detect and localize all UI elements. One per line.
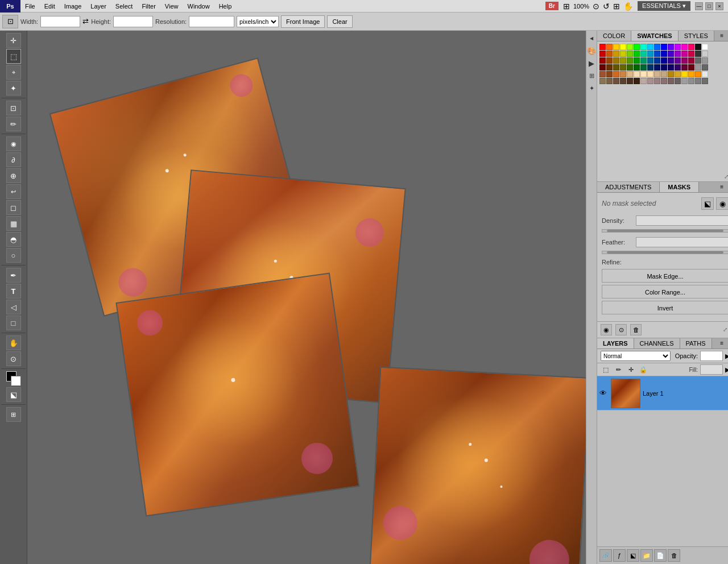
swatch[interactable] <box>620 44 626 50</box>
quick-mask-tool[interactable]: ⬕ <box>6 387 21 402</box>
swatch[interactable] <box>620 57 626 64</box>
clone-tool[interactable]: ⊕ <box>6 168 21 183</box>
menu-view[interactable]: View <box>160 0 183 12</box>
swatch[interactable] <box>661 71 667 77</box>
shape-tool[interactable]: □ <box>6 316 21 330</box>
tab-channels[interactable]: CHANNELS <box>634 338 680 349</box>
swatch[interactable] <box>675 57 681 64</box>
swatch[interactable] <box>634 78 640 84</box>
layer-visibility-1[interactable]: 👁 <box>599 389 609 398</box>
swatch[interactable] <box>702 51 708 57</box>
swatch[interactable] <box>634 51 640 57</box>
swatch[interactable] <box>681 64 688 70</box>
swatch[interactable] <box>627 44 633 50</box>
swatch[interactable] <box>661 44 667 50</box>
eyedropper-tool[interactable]: ✏ <box>6 117 21 131</box>
swatch[interactable] <box>688 71 694 77</box>
lasso-tool[interactable]: ⌖ <box>6 65 21 80</box>
swatch[interactable] <box>681 78 688 84</box>
swatch[interactable] <box>634 71 640 77</box>
zoom-tool[interactable]: ⊙ <box>6 351 21 366</box>
unit-select[interactable]: pixels/inch pixels/cm <box>237 16 279 27</box>
hand-tool[interactable]: ✋ <box>6 335 21 350</box>
opacity-input[interactable] <box>700 351 723 361</box>
swatch[interactable] <box>702 57 708 64</box>
color-panel-expand-btn[interactable]: ▾ <box>726 31 728 41</box>
resolution-input[interactable] <box>189 16 234 27</box>
text-tool[interactable]: T <box>6 284 21 298</box>
menu-window[interactable]: Window <box>183 0 214 12</box>
fill-input[interactable] <box>700 364 723 375</box>
swatch[interactable] <box>620 78 626 84</box>
new-group-btn[interactable]: 📁 <box>640 549 653 562</box>
swatch[interactable] <box>599 78 606 84</box>
swatch[interactable] <box>606 44 613 50</box>
swatch[interactable] <box>654 51 660 57</box>
swatch[interactable] <box>695 71 701 77</box>
spot-heal-tool[interactable]: ◉ <box>6 136 21 151</box>
panel-resize-icon[interactable]: ⤢ <box>724 173 728 180</box>
swatch[interactable] <box>695 51 701 57</box>
panel-icon-1[interactable]: 🎨 <box>586 45 597 56</box>
swatch[interactable] <box>695 78 701 84</box>
collapse-panel-btn[interactable]: ◀ <box>586 33 597 43</box>
pen-tool[interactable]: ✒ <box>6 268 21 283</box>
swatch[interactable] <box>647 57 653 64</box>
swatch[interactable] <box>668 71 674 77</box>
swatch[interactable] <box>654 78 660 84</box>
swatch[interactable] <box>640 64 647 70</box>
tab-adjustments[interactable]: ADJUSTMENTS <box>597 182 660 192</box>
swatch[interactable] <box>668 44 674 50</box>
swatch[interactable] <box>606 51 613 57</box>
swatch[interactable] <box>695 64 701 70</box>
swatch[interactable] <box>613 78 619 84</box>
swatch[interactable] <box>634 64 640 70</box>
history-brush-tool[interactable]: ↩ <box>6 184 21 199</box>
eraser-tool[interactable]: ◻ <box>6 200 21 215</box>
swatch[interactable] <box>681 44 688 50</box>
swatch[interactable] <box>640 51 647 57</box>
swatch[interactable] <box>688 44 694 50</box>
opacity-arrow-btn[interactable]: ▶ <box>725 353 728 360</box>
add-pixel-mask-btn[interactable]: ⬕ <box>701 197 714 210</box>
blur-tool[interactable]: ◓ <box>6 232 21 247</box>
width-input[interactable] <box>40 16 80 27</box>
swatch[interactable] <box>627 71 633 77</box>
clear-button[interactable]: Clear <box>327 15 352 28</box>
color-panel-menu-btn[interactable]: ≡ <box>718 31 726 41</box>
swatch[interactable] <box>627 64 633 70</box>
blend-mode-select[interactable]: Normal Multiply Screen <box>601 351 671 361</box>
tab-layers[interactable]: LAYERS <box>597 338 634 349</box>
adj-panel-expand-btn[interactable]: ▾ <box>726 182 728 192</box>
fg-bg-colors[interactable] <box>6 371 21 386</box>
tab-masks[interactable]: MASKS <box>660 182 699 192</box>
masks-enable-btn[interactable]: ⊙ <box>615 324 627 335</box>
color-range-button[interactable]: Color Range... <box>602 285 728 298</box>
swatch[interactable] <box>675 78 681 84</box>
swatch[interactable] <box>668 64 674 70</box>
density-input[interactable] <box>636 215 728 226</box>
layers-panel-menu-btn[interactable]: ≡ <box>718 338 726 349</box>
menu-layer[interactable]: Layer <box>86 0 111 12</box>
swatch[interactable] <box>702 64 708 70</box>
swatch[interactable] <box>681 51 688 57</box>
swatch[interactable] <box>681 57 688 64</box>
link-layers-btn[interactable]: 🔗 <box>599 549 612 562</box>
swatch[interactable] <box>647 78 653 84</box>
masks-delete-btn[interactable]: 🗑 <box>630 324 642 335</box>
swatch[interactable] <box>606 64 613 70</box>
lock-position-btn[interactable]: ✛ <box>626 364 636 375</box>
panel-icon-3[interactable]: ⊞ <box>586 70 597 81</box>
swatch[interactable] <box>634 57 640 64</box>
swatch[interactable] <box>661 57 667 64</box>
swatch[interactable] <box>620 71 626 77</box>
swatch[interactable] <box>647 44 653 50</box>
swatch[interactable] <box>668 57 674 64</box>
layers-panel-expand-btn[interactable]: ▾ <box>726 338 728 349</box>
magic-wand-tool[interactable]: ✦ <box>6 81 21 96</box>
swatch[interactable] <box>606 57 613 64</box>
crop-tool[interactable]: ⊡ <box>6 101 21 115</box>
swatch[interactable] <box>681 71 688 77</box>
swatch[interactable] <box>640 71 647 77</box>
swatch[interactable] <box>661 78 667 84</box>
